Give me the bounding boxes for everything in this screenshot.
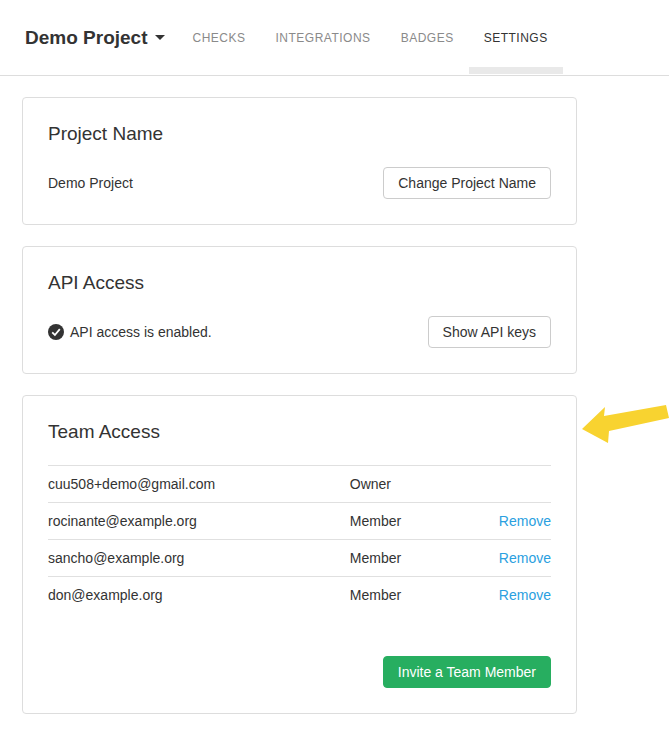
team-access-card: Team Access cuu508+demo@gmail.com Owner … <box>22 395 577 714</box>
invite-team-member-button[interactable]: Invite a Team Member <box>383 656 551 688</box>
nav-tab-settings[interactable]: SETTINGS <box>469 0 563 75</box>
team-members-table: cuu508+demo@gmail.com Owner rocinante@ex… <box>48 465 551 614</box>
team-member-row: don@example.org Member Remove <box>48 577 551 614</box>
member-role: Member <box>350 577 476 614</box>
change-project-name-button[interactable]: Change Project Name <box>383 167 551 199</box>
project-switcher-label: Demo Project <box>25 27 147 49</box>
member-role: Owner <box>350 466 476 503</box>
team-member-row: sancho@example.org Member Remove <box>48 540 551 577</box>
nav-tab-label: SETTINGS <box>484 31 548 45</box>
chevron-down-icon <box>155 35 165 40</box>
api-access-card: API Access API access is enabled. Show A… <box>22 246 577 374</box>
member-remove-link[interactable]: Remove <box>499 587 551 603</box>
member-email: sancho@example.org <box>48 540 350 577</box>
member-email: rocinante@example.org <box>48 503 350 540</box>
team-members-table-body: cuu508+demo@gmail.com Owner rocinante@ex… <box>48 466 551 614</box>
nav-tab-label: BADGES <box>401 31 454 45</box>
project-switcher[interactable]: Demo Project <box>25 27 165 49</box>
api-access-status: API access is enabled. <box>48 324 212 340</box>
nav-tab-label: CHECKS <box>192 31 245 45</box>
nav-tab-integrations[interactable]: INTEGRATIONS <box>261 0 386 75</box>
api-access-card-title: API Access <box>48 272 551 294</box>
member-email: don@example.org <box>48 577 350 614</box>
current-project-name: Demo Project <box>48 175 133 191</box>
member-remove-link[interactable]: Remove <box>499 513 551 529</box>
nav-tab-label: INTEGRATIONS <box>276 31 371 45</box>
check-circle-icon <box>48 324 64 340</box>
team-member-row: rocinante@example.org Member Remove <box>48 503 551 540</box>
team-member-row: cuu508+demo@gmail.com Owner <box>48 466 551 503</box>
team-access-card-title: Team Access <box>48 421 551 443</box>
show-api-keys-button[interactable]: Show API keys <box>428 316 551 348</box>
project-name-card-title: Project Name <box>48 123 551 145</box>
main-nav: CHECKS INTEGRATIONS BADGES SETTINGS <box>177 0 562 75</box>
api-access-status-text: API access is enabled. <box>70 324 212 340</box>
settings-page: Project Name Demo Project Change Project… <box>0 76 669 714</box>
member-role: Member <box>350 540 476 577</box>
project-name-card: Project Name Demo Project Change Project… <box>22 97 577 225</box>
top-nav-bar: Demo Project CHECKS INTEGRATIONS BADGES … <box>0 0 669 76</box>
member-email: cuu508+demo@gmail.com <box>48 466 350 503</box>
member-role: Member <box>350 503 476 540</box>
nav-tab-badges[interactable]: BADGES <box>386 0 469 75</box>
nav-tab-checks[interactable]: CHECKS <box>177 0 260 75</box>
member-remove-link[interactable]: Remove <box>499 550 551 566</box>
